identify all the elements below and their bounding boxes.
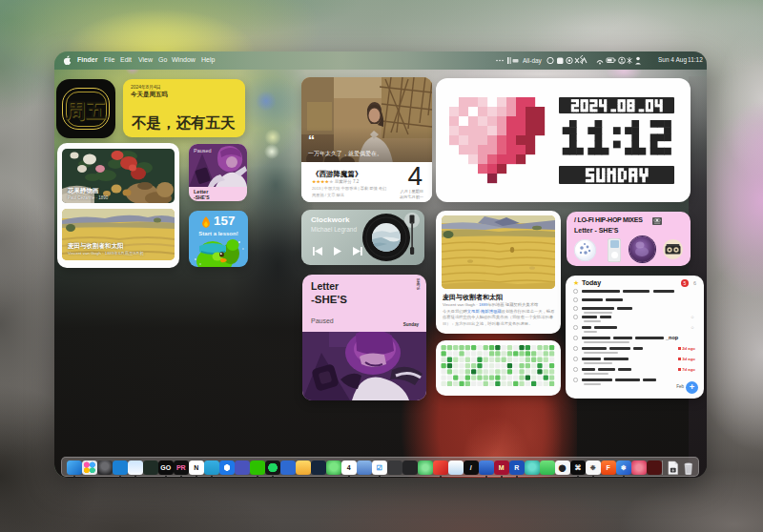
svg-text:All-day: All-day (523, 57, 543, 65)
